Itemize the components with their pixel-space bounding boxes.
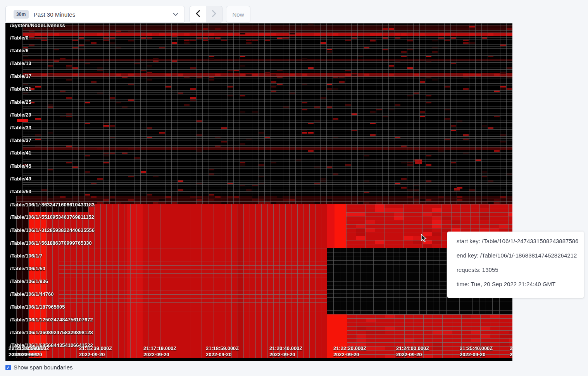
now-button[interactable]: Now	[226, 6, 250, 23]
key-visualizer: /System/NodeLiveness/Table/0/Table/6/Tab…	[5, 23, 512, 361]
time-range-label: Past 30 Minutes	[34, 11, 173, 18]
tooltip-time: time: Tue, 20 Sep 2022 21:24:40 GMT	[457, 280, 574, 288]
now-button-label: Now	[232, 11, 244, 18]
tooltip-requests: requests: 13055	[457, 265, 574, 274]
next-time-button[interactable]	[206, 6, 222, 23]
tooltip-end-key: end key: /Table/106/1/-18683814745282642…	[457, 251, 574, 260]
time-range-badge: 30m	[14, 10, 29, 19]
previous-time-button[interactable]	[190, 6, 206, 23]
show-span-boundaries-checkbox[interactable]: ✓	[5, 365, 11, 370]
key-visualizer-canvas[interactable]	[5, 23, 512, 361]
toolbar: 30m Past 30 Minutes Now	[5, 6, 250, 23]
chevron-left-icon	[196, 10, 200, 19]
span-tooltip: start key: /Table/106/1/-247433150824388…	[447, 232, 584, 298]
chevron-right-icon	[212, 10, 216, 19]
time-range-select[interactable]: 30m Past 30 Minutes	[5, 6, 185, 23]
footer: ✓ Show span boundaries	[5, 364, 73, 371]
show-span-boundaries-label: Show span boundaries	[14, 364, 73, 371]
time-nav-group	[190, 6, 222, 23]
tooltip-start-key: start key: /Table/106/1/-247433150824388…	[457, 237, 574, 246]
key-visualizer-page: { "toolbar": { "time_range": { "badge": …	[0, 0, 588, 376]
chevron-down-icon	[173, 11, 178, 18]
